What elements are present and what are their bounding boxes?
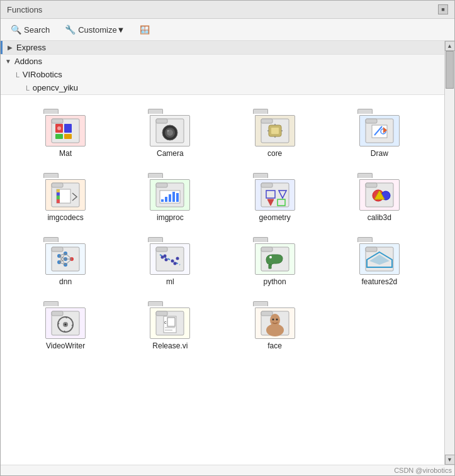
bottom-bar: CSDN @virobotics bbox=[1, 465, 454, 475]
icon-label-imgcodecs: imgcodecs bbox=[47, 213, 83, 222]
folder-geometry bbox=[253, 173, 297, 211]
icon-item-python[interactable]: python bbox=[223, 230, 327, 294]
folder-icon-features2d bbox=[360, 244, 399, 274]
svg-point-74 bbox=[164, 255, 167, 258]
virobotics-label: VIRobotics bbox=[23, 70, 62, 79]
tree-row-virobotics[interactable]: L VIRobotics bbox=[1, 68, 444, 81]
svg-point-77 bbox=[176, 257, 179, 260]
tree-row-express[interactable]: ▶ Express bbox=[1, 41, 444, 54]
svg-point-105 bbox=[272, 319, 274, 321]
folder-body-imgproc bbox=[150, 179, 190, 211]
folder-body-mat bbox=[45, 115, 86, 147]
folder-body-releasevi: c bbox=[150, 307, 190, 339]
icon-item-features2d[interactable]: features2d bbox=[327, 230, 432, 294]
folder-body-calib3d bbox=[359, 179, 400, 211]
folder-features2d bbox=[357, 237, 402, 275]
icon-label-features2d: features2d bbox=[362, 277, 398, 286]
icon-item-draw[interactable]: Draw bbox=[327, 101, 432, 165]
search-button[interactable]: 🔍 Search bbox=[6, 23, 55, 36]
svg-rect-37 bbox=[165, 197, 167, 202]
icon-label-dnn: dnn bbox=[59, 277, 72, 286]
svg-rect-27 bbox=[52, 183, 63, 187]
tree-row-addons[interactable]: ▼ Addons bbox=[1, 55, 444, 68]
svg-rect-34 bbox=[156, 183, 167, 187]
icon-item-geometry[interactable]: geometry bbox=[223, 165, 327, 230]
tree-section-addons: ▼ Addons L VIRobotics L opencv_yiku bbox=[1, 55, 444, 95]
icon-label-mat: Mat bbox=[59, 149, 72, 158]
icon-label-draw: Draw bbox=[371, 149, 388, 158]
icon-item-dnn[interactable]: dnn bbox=[13, 230, 118, 294]
icon-label-geometry: geometry bbox=[259, 213, 291, 222]
folder-tab-ml bbox=[148, 237, 163, 242]
svg-point-106 bbox=[276, 319, 278, 321]
wrench-icon: 🔧 bbox=[65, 25, 76, 35]
svg-rect-5 bbox=[64, 134, 72, 139]
icon-label-ml: ml bbox=[166, 277, 174, 286]
icon-item-imgproc[interactable]: imgproc bbox=[118, 165, 222, 230]
scrollbar-thumb[interactable] bbox=[446, 51, 454, 89]
svg-point-76 bbox=[174, 262, 177, 265]
folder-tab-python bbox=[253, 237, 268, 242]
svg-rect-40 bbox=[176, 193, 179, 202]
svg-point-80 bbox=[269, 256, 272, 258]
title-bar-controls: ■ bbox=[438, 4, 448, 14]
svg-rect-95 bbox=[156, 311, 167, 316]
window-icon-button[interactable]: 🪟 bbox=[135, 23, 155, 36]
svg-point-75 bbox=[171, 260, 174, 263]
customize-label: Customize▼ bbox=[78, 25, 125, 35]
icon-item-mat[interactable]: Mat bbox=[13, 101, 118, 165]
svg-rect-48 bbox=[366, 183, 377, 187]
icon-label-videowriter: VideoWriter bbox=[46, 341, 85, 350]
folder-body-dnn bbox=[45, 243, 86, 275]
title-bar: Functions ■ bbox=[1, 1, 454, 19]
folder-tab-releasevi bbox=[148, 301, 163, 306]
icon-item-releasevi[interactable]: cRelease.vi bbox=[118, 294, 222, 358]
icon-label-core: core bbox=[267, 149, 282, 158]
svg-rect-3 bbox=[64, 124, 72, 133]
folder-tab-calib3d bbox=[357, 173, 373, 178]
folder-imgcodecs bbox=[43, 173, 87, 211]
folder-tab-draw bbox=[357, 109, 373, 114]
folder-python bbox=[253, 237, 297, 275]
svg-rect-86 bbox=[52, 311, 63, 316]
folder-tab-imgproc bbox=[148, 173, 163, 178]
icon-item-face[interactable]: face bbox=[223, 294, 327, 358]
folder-videowriter bbox=[43, 301, 87, 339]
window-control-button[interactable]: ■ bbox=[438, 4, 448, 14]
icon-item-calib3d[interactable]: calib3d bbox=[327, 165, 432, 230]
scrollbar-track[interactable] bbox=[445, 51, 454, 455]
icon-item-core[interactable]: core bbox=[223, 101, 327, 165]
folder-icon-face bbox=[256, 308, 295, 338]
express-label: Express bbox=[16, 43, 46, 52]
svg-rect-42 bbox=[261, 183, 272, 187]
folder-body-videowriter bbox=[45, 307, 86, 339]
svg-rect-36 bbox=[161, 199, 164, 202]
svg-rect-39 bbox=[172, 192, 175, 202]
addons-label: Addons bbox=[14, 57, 42, 66]
folder-icon-imgproc bbox=[150, 180, 189, 210]
folder-dnn bbox=[43, 237, 87, 275]
scroll-up-arrow[interactable]: ▲ bbox=[445, 41, 455, 51]
svg-point-12 bbox=[167, 130, 169, 132]
icon-item-camera[interactable]: Camera bbox=[118, 101, 222, 165]
svg-rect-14 bbox=[261, 119, 272, 123]
folder-body-draw bbox=[359, 115, 400, 147]
scroll-down-arrow[interactable]: ▼ bbox=[445, 455, 455, 465]
toolbar: 🔍 Search 🔧 Customize▼ 🪟 bbox=[1, 19, 454, 41]
icon-item-ml[interactable]: ml bbox=[118, 230, 222, 294]
svg-rect-16 bbox=[271, 128, 279, 134]
icon-label-face: face bbox=[267, 341, 282, 350]
customize-button[interactable]: 🔧 Customize▼ bbox=[60, 23, 130, 36]
svg-rect-79 bbox=[261, 247, 272, 252]
folder-icon-geometry bbox=[256, 180, 295, 210]
svg-point-89 bbox=[65, 324, 67, 326]
watermark: CSDN @virobotics bbox=[394, 467, 452, 474]
icon-item-videowriter[interactable]: VideoWriter bbox=[13, 294, 118, 358]
icon-item-imgcodecs[interactable]: imgcodecs bbox=[13, 165, 118, 230]
svg-rect-82 bbox=[366, 247, 377, 252]
main-panel: ▶ Express ▼ Addons L VIRobotics L opencv… bbox=[1, 41, 444, 465]
tree-row-opencv[interactable]: L opencv_yiku bbox=[1, 81, 444, 94]
icons-grid: MatCameracoreDrawimgcodecsimgprocgeometr… bbox=[1, 95, 444, 364]
folder-body-python bbox=[255, 243, 295, 275]
svg-rect-22 bbox=[366, 119, 377, 123]
